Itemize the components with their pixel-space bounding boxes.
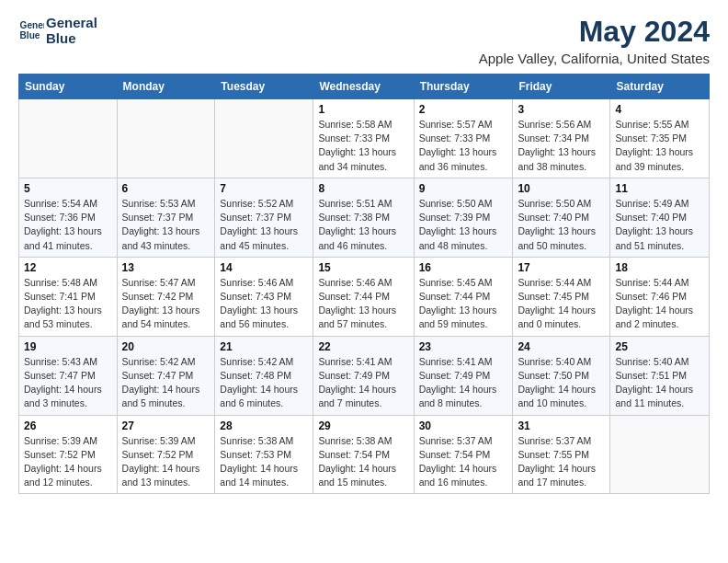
calendar-cell: 11Sunrise: 5:49 AM Sunset: 7:40 PM Dayli… — [610, 178, 710, 257]
day-info: Sunrise: 5:40 AM Sunset: 7:51 PM Dayligh… — [615, 355, 704, 411]
calendar-cell: 7Sunrise: 5:52 AM Sunset: 7:37 PM Daylig… — [215, 178, 313, 257]
calendar-cell: 12Sunrise: 5:48 AM Sunset: 7:41 PM Dayli… — [19, 257, 118, 336]
day-number: 14 — [220, 261, 308, 274]
day-number: 4 — [615, 103, 704, 116]
day-number: 30 — [419, 419, 508, 432]
page-header: General Blue General Blue May 2024 Apple… — [18, 15, 710, 66]
day-number: 7 — [220, 182, 308, 195]
day-info: Sunrise: 5:39 AM Sunset: 7:52 PM Dayligh… — [122, 434, 210, 490]
day-info: Sunrise: 5:42 AM Sunset: 7:48 PM Dayligh… — [220, 355, 308, 411]
day-header-sunday: Sunday — [19, 75, 118, 99]
day-number: 10 — [518, 182, 605, 195]
week-row-1: 1Sunrise: 5:58 AM Sunset: 7:33 PM Daylig… — [19, 99, 710, 178]
calendar-cell: 27Sunrise: 5:39 AM Sunset: 7:52 PM Dayli… — [117, 415, 215, 494]
day-number: 6 — [122, 182, 210, 195]
day-number: 11 — [615, 182, 704, 195]
calendar-cell: 13Sunrise: 5:47 AM Sunset: 7:42 PM Dayli… — [117, 257, 215, 336]
day-header-wednesday: Wednesday — [313, 75, 414, 99]
calendar-cell: 1Sunrise: 5:58 AM Sunset: 7:33 PM Daylig… — [313, 99, 414, 178]
calendar-cell — [610, 415, 710, 494]
month-title: May 2024 — [479, 15, 710, 49]
day-info: Sunrise: 5:58 AM Sunset: 7:33 PM Dayligh… — [318, 118, 408, 174]
day-info: Sunrise: 5:45 AM Sunset: 7:44 PM Dayligh… — [419, 276, 508, 332]
day-number: 13 — [122, 261, 210, 274]
day-number: 12 — [24, 261, 112, 274]
day-info: Sunrise: 5:54 AM Sunset: 7:36 PM Dayligh… — [24, 197, 112, 253]
day-info: Sunrise: 5:38 AM Sunset: 7:53 PM Dayligh… — [220, 434, 308, 490]
calendar-cell — [215, 99, 313, 178]
day-info: Sunrise: 5:50 AM Sunset: 7:40 PM Dayligh… — [518, 197, 605, 253]
day-number: 25 — [615, 340, 704, 353]
day-info: Sunrise: 5:39 AM Sunset: 7:52 PM Dayligh… — [24, 434, 112, 490]
logo-line2: Blue — [46, 30, 97, 46]
calendar-cell: 22Sunrise: 5:41 AM Sunset: 7:49 PM Dayli… — [313, 336, 414, 415]
day-info: Sunrise: 5:41 AM Sunset: 7:49 PM Dayligh… — [318, 355, 408, 411]
day-info: Sunrise: 5:53 AM Sunset: 7:37 PM Dayligh… — [122, 197, 210, 253]
day-number: 2 — [419, 103, 508, 116]
day-info: Sunrise: 5:38 AM Sunset: 7:54 PM Dayligh… — [318, 434, 408, 490]
calendar-cell — [19, 99, 118, 178]
logo: General Blue General Blue — [18, 15, 97, 47]
day-number: 22 — [318, 340, 408, 353]
calendar-cell: 18Sunrise: 5:44 AM Sunset: 7:46 PM Dayli… — [610, 257, 710, 336]
day-info: Sunrise: 5:49 AM Sunset: 7:40 PM Dayligh… — [615, 197, 704, 253]
day-number: 5 — [24, 182, 112, 195]
calendar-cell: 23Sunrise: 5:41 AM Sunset: 7:49 PM Dayli… — [414, 336, 513, 415]
calendar-header-row: SundayMondayTuesdayWednesdayThursdayFrid… — [19, 75, 710, 99]
day-info: Sunrise: 5:48 AM Sunset: 7:41 PM Dayligh… — [24, 276, 112, 332]
day-info: Sunrise: 5:47 AM Sunset: 7:42 PM Dayligh… — [122, 276, 210, 332]
day-header-saturday: Saturday — [610, 75, 710, 99]
calendar-cell: 29Sunrise: 5:38 AM Sunset: 7:54 PM Dayli… — [313, 415, 414, 494]
day-number: 18 — [615, 261, 704, 274]
day-number: 20 — [122, 340, 210, 353]
calendar-cell: 17Sunrise: 5:44 AM Sunset: 7:45 PM Dayli… — [513, 257, 610, 336]
day-number: 8 — [318, 182, 408, 195]
day-number: 27 — [122, 419, 210, 432]
day-header-thursday: Thursday — [414, 75, 513, 99]
week-row-3: 12Sunrise: 5:48 AM Sunset: 7:41 PM Dayli… — [19, 257, 710, 336]
day-info: Sunrise: 5:43 AM Sunset: 7:47 PM Dayligh… — [24, 355, 112, 411]
day-info: Sunrise: 5:44 AM Sunset: 7:45 PM Dayligh… — [518, 276, 605, 332]
calendar-cell: 3Sunrise: 5:56 AM Sunset: 7:34 PM Daylig… — [513, 99, 610, 178]
logo-line1: General — [46, 15, 97, 30]
calendar-cell: 19Sunrise: 5:43 AM Sunset: 7:47 PM Dayli… — [19, 336, 118, 415]
day-number: 21 — [220, 340, 308, 353]
day-header-tuesday: Tuesday — [215, 75, 313, 99]
day-info: Sunrise: 5:41 AM Sunset: 7:49 PM Dayligh… — [419, 355, 508, 411]
day-number: 16 — [419, 261, 508, 274]
calendar-cell: 28Sunrise: 5:38 AM Sunset: 7:53 PM Dayli… — [215, 415, 313, 494]
calendar-cell: 21Sunrise: 5:42 AM Sunset: 7:48 PM Dayli… — [215, 336, 313, 415]
title-block: May 2024 Apple Valley, California, Unite… — [479, 15, 710, 66]
day-number: 17 — [518, 261, 605, 274]
day-info: Sunrise: 5:40 AM Sunset: 7:50 PM Dayligh… — [518, 355, 605, 411]
day-info: Sunrise: 5:42 AM Sunset: 7:47 PM Dayligh… — [122, 355, 210, 411]
day-number: 31 — [518, 419, 605, 432]
day-number: 15 — [318, 261, 408, 274]
calendar-cell: 16Sunrise: 5:45 AM Sunset: 7:44 PM Dayli… — [414, 257, 513, 336]
calendar-cell: 10Sunrise: 5:50 AM Sunset: 7:40 PM Dayli… — [513, 178, 610, 257]
location-title: Apple Valley, California, United States — [479, 51, 710, 66]
logo-icon: General Blue — [18, 17, 44, 43]
svg-text:Blue: Blue — [20, 31, 40, 41]
day-info: Sunrise: 5:55 AM Sunset: 7:35 PM Dayligh… — [615, 118, 704, 174]
day-info: Sunrise: 5:51 AM Sunset: 7:38 PM Dayligh… — [318, 197, 408, 253]
calendar-cell: 14Sunrise: 5:46 AM Sunset: 7:43 PM Dayli… — [215, 257, 313, 336]
day-info: Sunrise: 5:56 AM Sunset: 7:34 PM Dayligh… — [518, 118, 605, 174]
calendar-cell — [117, 99, 215, 178]
day-info: Sunrise: 5:44 AM Sunset: 7:46 PM Dayligh… — [615, 276, 704, 332]
calendar-cell: 5Sunrise: 5:54 AM Sunset: 7:36 PM Daylig… — [19, 178, 118, 257]
day-info: Sunrise: 5:57 AM Sunset: 7:33 PM Dayligh… — [419, 118, 508, 174]
day-number: 29 — [318, 419, 408, 432]
calendar-cell: 4Sunrise: 5:55 AM Sunset: 7:35 PM Daylig… — [610, 99, 710, 178]
calendar-cell: 31Sunrise: 5:37 AM Sunset: 7:55 PM Dayli… — [513, 415, 610, 494]
week-row-2: 5Sunrise: 5:54 AM Sunset: 7:36 PM Daylig… — [19, 178, 710, 257]
week-row-5: 26Sunrise: 5:39 AM Sunset: 7:52 PM Dayli… — [19, 415, 710, 494]
calendar-cell: 25Sunrise: 5:40 AM Sunset: 7:51 PM Dayli… — [610, 336, 710, 415]
calendar-cell: 30Sunrise: 5:37 AM Sunset: 7:54 PM Dayli… — [414, 415, 513, 494]
calendar-cell: 24Sunrise: 5:40 AM Sunset: 7:50 PM Dayli… — [513, 336, 610, 415]
day-number: 19 — [24, 340, 112, 353]
day-number: 9 — [419, 182, 508, 195]
day-info: Sunrise: 5:52 AM Sunset: 7:37 PM Dayligh… — [220, 197, 308, 253]
calendar-cell: 8Sunrise: 5:51 AM Sunset: 7:38 PM Daylig… — [313, 178, 414, 257]
day-number: 28 — [220, 419, 308, 432]
